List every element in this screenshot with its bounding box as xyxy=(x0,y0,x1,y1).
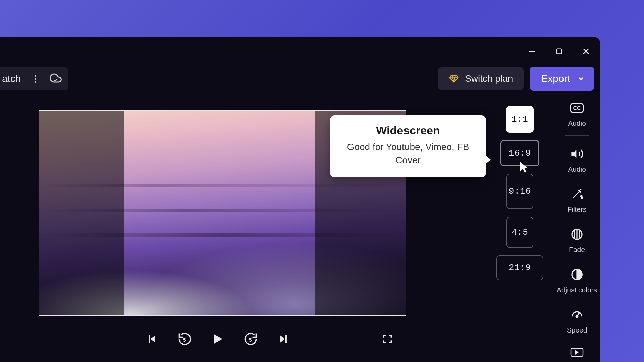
svg-rect-8 xyxy=(285,335,287,343)
svg-rect-5 xyxy=(149,335,150,343)
diamond-icon xyxy=(449,74,459,84)
tooltip-body: Good for Youtube, Vimeo, FB Cover xyxy=(341,140,475,167)
cloud-sync-icon[interactable] xyxy=(50,72,62,85)
minimize-button[interactable] xyxy=(527,46,537,56)
properties-rail: CC Audio Audio Filters Fade xyxy=(553,101,600,360)
svg-text:CC: CC xyxy=(573,105,581,111)
play-icon xyxy=(211,332,225,346)
forward-seconds: 5 xyxy=(249,337,252,343)
chevron-down-icon xyxy=(577,75,585,83)
window-controls xyxy=(527,46,591,56)
switch-plan-label: Switch plan xyxy=(465,73,513,84)
maximize-button[interactable] xyxy=(554,46,564,56)
audio-label: Audio xyxy=(568,165,586,173)
svg-marker-4 xyxy=(151,335,155,343)
rewind-seconds: 5 xyxy=(183,337,186,343)
gauge-icon xyxy=(570,307,584,322)
transition-tab[interactable] xyxy=(570,345,584,360)
fade-icon xyxy=(570,227,584,242)
export-button[interactable]: Export xyxy=(530,67,594,90)
ratio-16-9[interactable]: 16:9 xyxy=(500,140,539,166)
filters-tab[interactable]: Filters xyxy=(567,187,586,214)
tooltip-title: Widescreen xyxy=(341,124,475,137)
close-icon xyxy=(582,47,590,56)
fade-label: Fade xyxy=(569,246,585,254)
svg-marker-11 xyxy=(571,150,576,158)
aspect-ratio-list: 1:1 16:9 9:16 4:5 21:9 xyxy=(496,106,543,280)
captions-tab[interactable]: CC Audio xyxy=(568,101,586,127)
svg-point-12 xyxy=(581,196,582,197)
export-label: Export xyxy=(541,73,570,84)
switch-plan-button[interactable]: Switch plan xyxy=(438,67,524,90)
skip-forward-icon xyxy=(278,333,289,345)
ratio-1-1[interactable]: 1:1 xyxy=(506,106,534,133)
minimize-icon xyxy=(528,47,536,55)
captions-label: Audio xyxy=(568,119,586,127)
speaker-icon xyxy=(570,146,584,161)
svg-point-13 xyxy=(581,197,582,198)
skip-back-button[interactable] xyxy=(144,331,160,347)
svg-marker-22 xyxy=(575,350,579,355)
audio-tab[interactable]: Audio xyxy=(568,146,586,173)
skip-back-icon xyxy=(146,333,158,345)
topbar: atch Switch plan Export xyxy=(0,66,594,91)
filters-label: Filters xyxy=(567,205,586,214)
rail-divider xyxy=(565,135,589,136)
forward-5-button[interactable]: 5 xyxy=(243,331,258,347)
svg-marker-6 xyxy=(214,334,223,344)
transition-icon xyxy=(570,345,584,360)
ratio-21-9[interactable]: 21:9 xyxy=(496,255,543,280)
play-button[interactable] xyxy=(210,331,225,347)
fullscreen-button[interactable] xyxy=(382,333,393,346)
svg-point-20 xyxy=(576,316,578,317)
ratio-4-5[interactable]: 4:5 xyxy=(506,217,533,248)
contrast-icon xyxy=(570,267,584,282)
svg-rect-1 xyxy=(557,49,562,54)
ratio-9-16[interactable]: 9:16 xyxy=(506,174,533,209)
adjust-colors-tab[interactable]: Adjust colors xyxy=(557,267,597,294)
speed-tab[interactable]: Speed xyxy=(567,307,587,334)
project-title: atch xyxy=(0,73,21,84)
captions-icon: CC xyxy=(570,101,584,115)
title-area: atch xyxy=(0,67,68,90)
playback-controls: 5 5 xyxy=(144,331,291,347)
svg-marker-7 xyxy=(280,335,285,343)
maximize-icon xyxy=(555,48,563,55)
app-window: atch Switch plan Export xyxy=(0,37,600,362)
fullscreen-icon xyxy=(382,333,393,345)
rewind-5-button[interactable]: 5 xyxy=(177,331,193,347)
close-button[interactable] xyxy=(581,46,591,56)
wand-icon xyxy=(570,187,584,201)
fade-tab[interactable]: Fade xyxy=(569,227,585,254)
speed-label: Speed xyxy=(567,326,587,334)
more-menu-button[interactable] xyxy=(35,75,36,83)
skip-forward-button[interactable] xyxy=(276,331,291,347)
adjust-colors-label: Adjust colors xyxy=(557,286,597,294)
ratio-tooltip: Widescreen Good for Youtube, Vimeo, FB C… xyxy=(330,115,486,177)
crop-mask-left xyxy=(39,111,124,315)
